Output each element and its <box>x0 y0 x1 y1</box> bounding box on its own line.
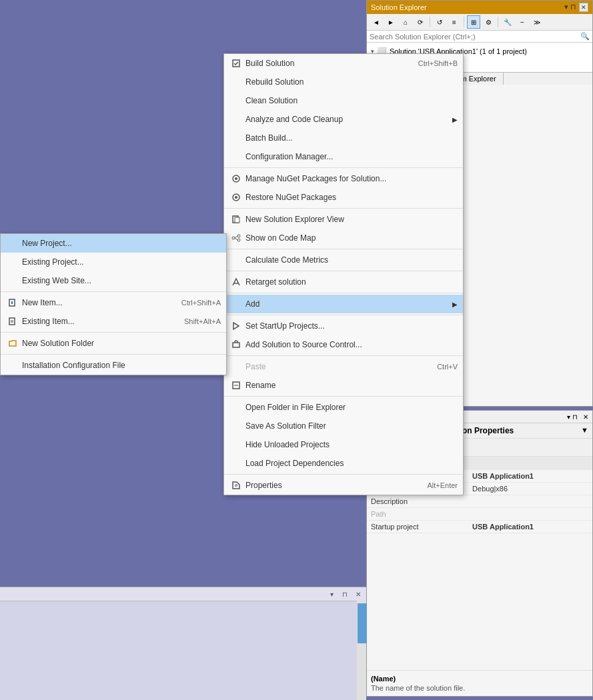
svg-line-11 <box>235 238 237 240</box>
menu-item-add[interactable]: Add ▶ <box>224 295 463 313</box>
new-sol-explorer-icon <box>229 213 243 226</box>
close-btn[interactable]: ✕ <box>579 3 588 12</box>
add-arrow: ▶ <box>452 301 458 308</box>
menu-item-manage-nuget[interactable]: Manage NuGet Packages for Solution... <box>224 169 463 188</box>
prop-path-label: Path <box>367 508 468 521</box>
nuget-icon <box>229 172 243 185</box>
se-titlebar-controls: ▾ ⊓ ✕ <box>564 3 588 12</box>
batch-build-label: Batch Build... <box>245 133 458 143</box>
menu-item-add-source-control[interactable]: Add Solution to Source Control... <box>224 335 463 354</box>
props-pin-btn[interactable]: ▾ ⊓ <box>567 413 578 421</box>
load-deps-label: Load Project Dependencies <box>245 459 458 468</box>
menu-item-rename[interactable]: Rename <box>224 376 463 395</box>
menu-item-paste[interactable]: Paste Ctrl+V <box>224 357 463 376</box>
existing-item-shortcut: Shift+Alt+A <box>184 317 221 325</box>
build-solution-label: Build Solution <box>245 59 405 68</box>
bottom-pin-icon[interactable]: ⊓ <box>340 589 350 599</box>
show-all-btn[interactable]: ⊞ <box>467 15 480 29</box>
new-solution-folder-label: New Solution Folder <box>22 339 221 348</box>
props-footer-title: (Name) <box>371 675 588 683</box>
bottom-pin-btn[interactable]: ▾ <box>326 589 337 599</box>
menu-item-properties[interactable]: Properties Alt+Enter <box>224 476 463 495</box>
submenu-new-solution-folder[interactable]: New Solution Folder <box>1 334 226 353</box>
existing-website-label: Existing Web Site... <box>22 276 221 285</box>
manage-nuget-label: Manage NuGet Packages for Solution... <box>245 174 458 183</box>
se-search-input[interactable] <box>370 33 580 41</box>
collapse-all-btn[interactable]: ≡ <box>448 15 461 29</box>
menu-sep-7 <box>224 355 463 356</box>
menu-sep-3 <box>224 249 463 249</box>
prop-activeconfig-value: Debug|x86 <box>468 483 592 495</box>
properties-btn-toolbar[interactable]: 🔧 <box>501 15 514 29</box>
menu-item-save-filter[interactable]: Save As Solution Filter <box>224 417 463 435</box>
submenu-install-config[interactable]: Installation Configuration File <box>1 356 226 375</box>
menu-sep-1 <box>224 167 463 168</box>
menu-item-retarget[interactable]: Retarget solution <box>224 273 463 291</box>
bottom-close-btn[interactable]: ✕ <box>353 589 364 599</box>
submenu-sep-1 <box>1 291 226 292</box>
forward-btn[interactable]: ► <box>384 15 398 29</box>
existing-website-icon <box>6 274 19 287</box>
install-config-label: Installation Configuration File <box>22 361 221 370</box>
se-title: Solution Explorer <box>371 3 427 11</box>
menu-item-show-code-map[interactable]: Show on Code Map <box>224 229 463 247</box>
set-startup-label: Set StartUp Projects... <box>245 321 458 331</box>
svg-line-10 <box>235 236 237 238</box>
settings-btn[interactable]: ⚙ <box>482 15 495 29</box>
props-footer: (Name) The name of the solution file. <box>367 670 592 696</box>
properties-label: Properties <box>245 481 414 490</box>
prop-row-description: Description <box>367 495 592 508</box>
props-dropdown-btn[interactable]: ▼ <box>581 426 588 434</box>
submenu-new-item[interactable]: New Item... Ctrl+Shift+A <box>1 293 226 312</box>
menu-item-build-solution[interactable]: Build Solution Ctrl+Shift+B <box>224 54 463 73</box>
menu-item-hide-unloaded[interactable]: Hide Unloaded Projects <box>224 435 463 454</box>
submenu-existing-item[interactable]: Existing Item... Shift+Alt+A <box>1 312 226 331</box>
load-deps-icon <box>229 457 243 470</box>
restore-nuget-icon <box>229 191 243 204</box>
refresh-btn[interactable]: ↺ <box>433 15 446 29</box>
props-close-btn[interactable]: ✕ <box>583 413 588 421</box>
paste-icon <box>229 360 243 373</box>
menu-item-calc-metrics[interactable]: Calculate Code Metrics <box>224 251 463 269</box>
new-item-icon <box>6 296 19 309</box>
config-manager-icon <box>229 150 243 163</box>
hide-unloaded-label: Hide Unloaded Projects <box>245 440 458 449</box>
menu-item-load-deps[interactable]: Load Project Dependencies <box>224 454 463 473</box>
prop-path-value <box>468 508 592 521</box>
submenu-existing-project[interactable]: Existing Project... <box>1 253 226 271</box>
menu-item-batch-build[interactable]: Batch Build... <box>224 129 463 147</box>
minus-btn[interactable]: − <box>516 15 529 29</box>
submenu-sep-3 <box>1 354 226 355</box>
menu-item-new-solution-explorer[interactable]: New Solution Explorer View <box>224 210 463 229</box>
rebuild-label: Rebuild Solution <box>245 77 458 87</box>
clean-icon <box>229 94 243 107</box>
toolbar-separator3 <box>498 17 498 27</box>
menu-item-analyze-code-cleanup[interactable]: Analyze and Code Cleanup ▶ <box>224 110 463 129</box>
submenu-add: New Project... Existing Project... Exist… <box>0 233 227 375</box>
pin-btn[interactable]: ▾ ⊓ <box>564 3 576 12</box>
svg-marker-13 <box>233 323 239 329</box>
search-icon: 🔍 <box>580 32 590 41</box>
prop-desc-label: Description <box>367 495 468 508</box>
menu-item-clean-solution[interactable]: Clean Solution <box>224 91 463 110</box>
add-icon <box>229 297 243 311</box>
se-titlebar: Solution Explorer ▾ ⊓ ✕ <box>367 1 592 14</box>
menu-item-set-startup[interactable]: Set StartUp Projects... <box>224 317 463 335</box>
sync-btn[interactable]: ⟳ <box>414 15 427 29</box>
paste-label: Paste <box>245 362 424 371</box>
submenu-new-project[interactable]: New Project... <box>1 234 226 253</box>
prop-name-value: USB Application1 <box>468 470 592 483</box>
svg-point-4 <box>235 196 237 199</box>
submenu-existing-website[interactable]: Existing Web Site... <box>1 271 226 290</box>
bottom-scrollbar[interactable] <box>357 601 366 700</box>
more-btn[interactable]: ≫ <box>530 15 544 29</box>
retarget-icon <box>229 275 243 289</box>
menu-item-restore-nuget[interactable]: Restore NuGet Packages <box>224 188 463 207</box>
add-label: Add <box>245 299 450 309</box>
menu-item-open-folder[interactable]: Open Folder in File Explorer <box>224 398 463 417</box>
home-btn[interactable]: ⌂ <box>399 15 412 29</box>
menu-item-rebuild-solution[interactable]: Rebuild Solution <box>224 73 463 91</box>
set-startup-icon <box>229 319 243 333</box>
menu-item-config-manager[interactable]: Configuration Manager... <box>224 147 463 166</box>
back-btn[interactable]: ◄ <box>370 15 383 29</box>
